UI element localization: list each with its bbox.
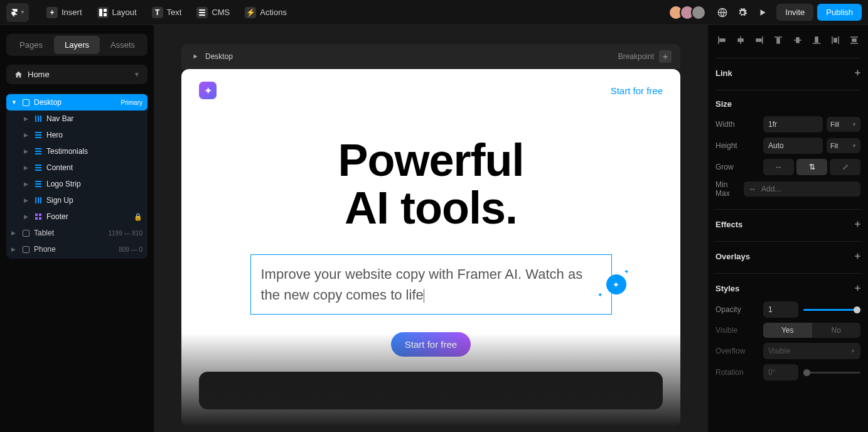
add-effect-button[interactable]: +: [855, 219, 860, 230]
width-mode-select[interactable]: Fill▼: [827, 117, 860, 132]
stack-icon: [34, 212, 43, 221]
align-center-v-button[interactable]: [791, 34, 804, 46]
distribute-v-button[interactable]: [848, 34, 860, 46]
settings-button[interactable]: [732, 3, 753, 23]
preview-hero-cta: Start for free: [391, 332, 471, 357]
layer-item[interactable]: ▶Hero: [6, 127, 147, 143]
align-bottom-button[interactable]: [810, 34, 823, 46]
frame-icon: [21, 229, 30, 237]
section-title: Styles: [715, 284, 739, 293]
canvas[interactable]: Desktop Breakpoint + ✦ Start for free Po…: [154, 25, 708, 432]
layer-item[interactable]: ▶Footer🔒: [6, 208, 147, 225]
svg-rect-10: [738, 39, 743, 41]
layer-label: Desktop: [34, 98, 62, 107]
chevron-right-icon: ▶: [24, 116, 30, 122]
add-link-button[interactable]: +: [855, 67, 860, 78]
svg-rect-24: [852, 39, 856, 41]
collaborator-avatars[interactable]: [672, 5, 706, 20]
add-overlay-button[interactable]: +: [855, 251, 860, 262]
opacity-slider[interactable]: [803, 309, 860, 311]
layer-item[interactable]: ▶Content: [6, 159, 147, 176]
size-section: Size Width 1fr Fill▼ Height Auto Fit▼ Gr…: [715, 90, 860, 198]
play-icon[interactable]: [190, 51, 200, 62]
chevron-down-icon: ▼: [134, 71, 140, 78]
width-input[interactable]: 1fr: [763, 116, 823, 132]
chevron-down-icon: ▼: [852, 122, 857, 127]
layout-tool[interactable]: Layout: [91, 4, 143, 21]
effects-section: Effects+: [715, 209, 860, 230]
actions-tool[interactable]: ⚡Actions: [238, 4, 293, 21]
layer-item[interactable]: ▶Nav Bar: [6, 111, 147, 127]
height-label: Height: [715, 141, 763, 150]
alignment-controls: [715, 34, 860, 46]
align-right-button[interactable]: [753, 34, 766, 46]
preview-hero-title: PowerfulAI tools.: [199, 137, 663, 232]
breakpoint-label: Breakpoint: [618, 52, 654, 61]
invite-button[interactable]: Invite: [776, 4, 813, 21]
align-left-button[interactable]: [715, 34, 728, 46]
layer-dimensions: 809 — 0: [119, 246, 142, 253]
plus-icon: +: [46, 7, 58, 18]
grow-both-button[interactable]: ⤢: [830, 159, 860, 175]
canvas-frame[interactable]: ✦ Start for free PowerfulAI tools. Impro…: [181, 69, 680, 427]
svg-rect-16: [796, 38, 799, 43]
height-input[interactable]: Auto: [763, 138, 823, 154]
visible-label: Visible: [715, 326, 763, 335]
align-center-h-button[interactable]: [734, 34, 747, 46]
text-label: Text: [167, 8, 182, 17]
tab-pages[interactable]: Pages: [8, 36, 54, 54]
layout-icon: [97, 7, 109, 18]
layer-label: Sign Up: [46, 196, 73, 205]
layer-label: Testimonials: [46, 147, 88, 156]
text-icon: T: [152, 7, 163, 18]
layer-phone[interactable]: ▶ Phone 809 — 0: [6, 241, 147, 257]
rotation-slider[interactable]: [803, 372, 860, 374]
section-title: Size: [715, 99, 732, 109]
stack-icon: [34, 163, 43, 172]
add-breakpoint-button[interactable]: +: [659, 50, 672, 63]
overflow-select[interactable]: Visible▼: [763, 343, 860, 359]
distribute-h-button[interactable]: [829, 34, 842, 46]
ai-sparkle-badge[interactable]: ✦: [606, 274, 626, 294]
align-top-button[interactable]: [772, 34, 785, 46]
layer-item[interactable]: ▶Testimonials: [6, 143, 147, 159]
layer-item[interactable]: ▶Sign Up: [6, 192, 147, 208]
visible-no[interactable]: No: [812, 323, 861, 338]
resize-icon: ↔: [749, 185, 756, 193]
frame-icon: [21, 98, 30, 107]
grow-horizontal-button[interactable]: ↔: [763, 159, 794, 175]
framer-logo-button[interactable]: ▼: [6, 3, 29, 22]
layer-desktop[interactable]: ▼ Desktop Primary: [6, 94, 147, 111]
rotation-input[interactable]: 0°: [763, 364, 798, 381]
selected-text-element[interactable]: Improve your website copy with Framer AI…: [250, 254, 612, 315]
preview-nav-bar: ✦ Start for free: [199, 82, 663, 99]
add-style-button[interactable]: +: [855, 283, 860, 294]
publish-button[interactable]: Publish: [817, 4, 862, 21]
chevron-right-icon: ▶: [24, 197, 30, 203]
preview-button[interactable]: [753, 3, 773, 23]
layer-tablet[interactable]: ▶ Tablet 1199 — 810: [6, 225, 147, 241]
height-mode-select[interactable]: Fit▼: [827, 138, 860, 153]
grow-vertical-button[interactable]: ⇅: [796, 159, 827, 175]
text-tool[interactable]: TText: [146, 4, 188, 21]
cms-tool[interactable]: CMS: [190, 4, 236, 21]
minmax-input[interactable]: ↔: [744, 181, 860, 197]
svg-rect-4: [199, 12, 205, 13]
section-title: Effects: [715, 220, 742, 229]
preview-nav-cta: Start for free: [611, 85, 663, 96]
opacity-input[interactable]: 1: [763, 301, 798, 318]
layer-label: Tablet: [34, 229, 54, 237]
visible-yes[interactable]: Yes: [763, 323, 812, 338]
stack-icon: [34, 131, 43, 139]
chevron-down-icon: ▼: [11, 99, 18, 105]
tab-layers[interactable]: Layers: [54, 36, 100, 54]
insert-tool[interactable]: +Insert: [40, 4, 88, 21]
tab-assets[interactable]: Assets: [100, 36, 146, 54]
layer-item[interactable]: ▶Logo Strip: [6, 176, 147, 192]
minmax-field[interactable]: [761, 185, 855, 193]
page-name: Home: [28, 70, 50, 79]
visible-toggle[interactable]: Yes No: [763, 323, 860, 338]
topbar: ▼ +Insert Layout TText CMS ⚡Actions Invi…: [0, 0, 868, 25]
globe-button[interactable]: [712, 3, 732, 23]
page-select[interactable]: Home ▼: [6, 65, 147, 84]
